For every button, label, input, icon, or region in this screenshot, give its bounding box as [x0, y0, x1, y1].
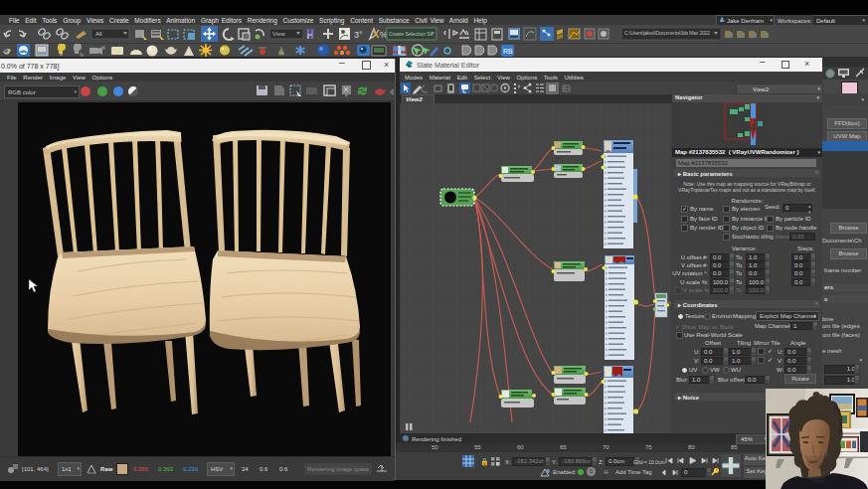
svg-text:RB: RB: [503, 48, 513, 55]
svg-text:Create Selection Se: Create Selection Se: [389, 31, 434, 37]
svg-text:All: All: [95, 31, 102, 37]
svg-text:3°: 3°: [354, 30, 363, 40]
svg-text:View: View: [272, 31, 286, 37]
svg-text:C:\Users\jaked\Documents\3ds M: C:\Users\jaked\Documents\3ds Max 2022: [624, 30, 710, 36]
